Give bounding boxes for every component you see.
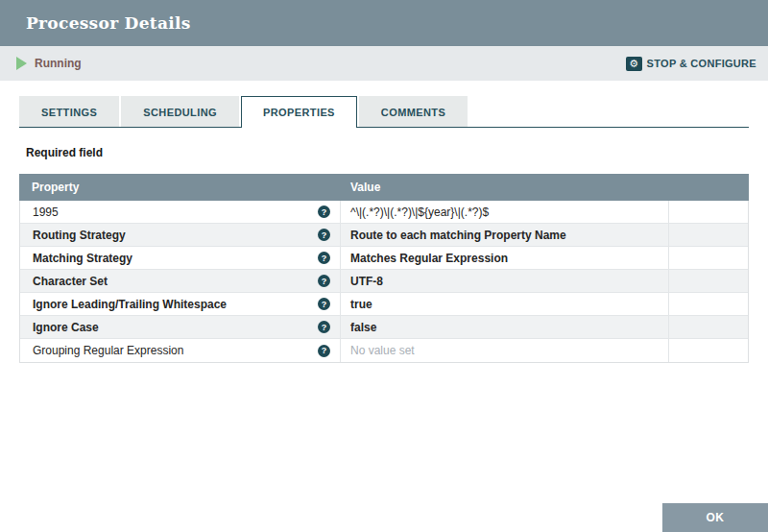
tab-settings[interactable]: SETTINGS [19, 96, 119, 128]
help-icon[interactable]: ? [318, 345, 330, 357]
help-icon[interactable]: ? [318, 298, 330, 310]
property-name: 1995 [33, 206, 59, 219]
help-icon[interactable]: ? [318, 275, 330, 287]
page-title: Processor Details [26, 13, 191, 33]
processor-state: Running [16, 57, 82, 70]
status-bar: Running ⚙ STOP & CONFIGURE [0, 46, 768, 81]
table-row: Ignore Case ? false [20, 316, 748, 339]
ok-button[interactable]: OK [662, 503, 768, 532]
gear-icon: ⚙ [626, 57, 642, 71]
help-icon[interactable]: ? [318, 321, 330, 333]
tab-properties[interactable]: PROPERTIES [241, 96, 357, 128]
table-row: Ignore Leading/Trailing Whitespace ? tru… [20, 293, 748, 316]
play-icon [16, 57, 27, 70]
property-value[interactable]: Route to each matching Property Name [341, 224, 669, 246]
properties-table: Property Value 1995 ? ^\|(.*?)\|(.*?)\|$… [19, 174, 749, 363]
state-label: Running [35, 57, 82, 70]
property-name: Ignore Leading/Trailing Whitespace [33, 298, 227, 311]
tab-comments[interactable]: COMMENTS [359, 96, 468, 128]
table-row: Matching Strategy ? Matches Regular Expr… [20, 247, 748, 270]
help-icon[interactable]: ? [318, 206, 330, 218]
dialog-titlebar: Processor Details [0, 0, 768, 46]
tabs-underline [19, 127, 749, 129]
table-row: Character Set ? UTF-8 [20, 270, 748, 293]
table-body: 1995 ? ^\|(.*?)\|(.*?)\|${year}\|(.*?)$ … [19, 201, 749, 363]
property-value[interactable]: ^\|(.*?)\|(.*?)\|${year}\|(.*?)$ [341, 201, 669, 223]
property-value[interactable]: No value set [341, 339, 669, 362]
stop-and-configure-label: STOP & CONFIGURE [647, 58, 756, 69]
property-name: Matching Strategy [33, 252, 132, 265]
tab-scheduling[interactable]: SCHEDULING [121, 96, 239, 128]
column-header-value: Value [341, 181, 669, 194]
property-name: Grouping Regular Expression [33, 344, 183, 357]
table-row: 1995 ? ^\|(.*?)\|(.*?)\|${year}\|(.*?)$ [20, 201, 748, 224]
property-name: Routing Strategy [33, 229, 126, 242]
help-icon[interactable]: ? [318, 229, 330, 241]
column-header-property: Property [19, 181, 341, 194]
required-field-note: Required field [26, 146, 768, 159]
property-value[interactable]: UTF-8 [341, 270, 669, 292]
stop-and-configure-button[interactable]: ⚙ STOP & CONFIGURE [626, 57, 756, 71]
property-name: Character Set [33, 275, 108, 288]
table-header: Property Value [19, 174, 749, 201]
property-value[interactable]: false [341, 316, 669, 338]
property-value[interactable]: true [341, 293, 669, 315]
tab-strip: SETTINGS SCHEDULING PROPERTIES COMMENTS [0, 81, 768, 128]
table-row: Grouping Regular Expression ? No value s… [20, 339, 748, 362]
help-icon[interactable]: ? [318, 252, 330, 264]
table-row: Routing Strategy ? Route to each matchin… [20, 224, 748, 247]
property-name: Ignore Case [33, 321, 99, 334]
property-value[interactable]: Matches Regular Expression [341, 247, 669, 269]
